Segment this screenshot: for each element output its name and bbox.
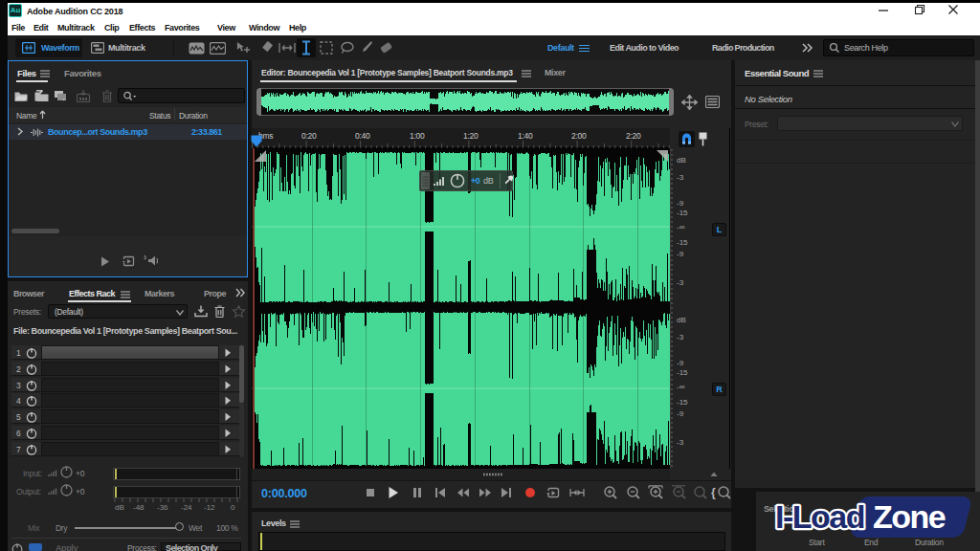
svg-text:I-Load: I-Load bbox=[775, 498, 864, 535]
svg-text:Zone: Zone bbox=[873, 498, 946, 535]
